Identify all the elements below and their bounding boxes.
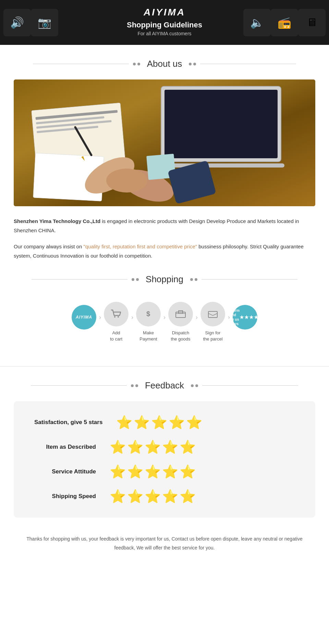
dot bbox=[132, 278, 134, 281]
star-2: ⭐ bbox=[127, 439, 143, 455]
svg-rect-21 bbox=[176, 312, 185, 318]
star-4: ⭐ bbox=[162, 439, 178, 455]
title-line-right bbox=[200, 64, 296, 64]
dots-right bbox=[191, 384, 198, 387]
divider bbox=[0, 366, 329, 367]
feedback-card: Satisfaction, give 5 stars ⭐ ⭐ ⭐ ⭐ ⭐ Ite… bbox=[14, 401, 315, 518]
svg-point-13 bbox=[106, 169, 147, 193]
dot bbox=[135, 384, 138, 387]
dispatch-circle bbox=[168, 302, 193, 326]
dots-right bbox=[190, 278, 197, 281]
step-label: Dispatchthe goods bbox=[171, 330, 190, 342]
feedback-label-described: Item as Described bbox=[34, 444, 110, 450]
star-1: ⭐ bbox=[110, 489, 126, 504]
step-label: Addto cart bbox=[110, 330, 122, 342]
about-text-2: Our company always insist on "quality fi… bbox=[14, 242, 315, 260]
about-title: About us bbox=[144, 59, 185, 69]
sign-circle bbox=[200, 302, 225, 326]
star-1: ⭐ bbox=[110, 464, 126, 479]
feedback-label-attitude: Service Attitude bbox=[34, 468, 110, 475]
confirm-circle: Confirm andgive us 5 stars ★★★ ★★ bbox=[233, 305, 257, 330]
arrow-2: › bbox=[131, 314, 133, 321]
star-3: ⭐ bbox=[145, 464, 161, 479]
feedback-label-shipping: Shipping Speed bbox=[34, 493, 110, 500]
footer-text: Thanks for shopping with us, your feedba… bbox=[0, 531, 329, 569]
title-line-right bbox=[202, 385, 298, 386]
dot bbox=[195, 384, 198, 387]
svg-rect-4 bbox=[158, 163, 284, 168]
payment-circle: $ bbox=[136, 302, 161, 326]
svg-point-18 bbox=[114, 316, 115, 318]
dot bbox=[191, 384, 194, 387]
svg-rect-3 bbox=[164, 90, 278, 158]
para2-prefix: Our company always insist on bbox=[14, 244, 83, 249]
flow-step-sign: Sign forthe parcel bbox=[200, 302, 225, 342]
feedback-title: Feedback bbox=[142, 380, 187, 391]
stars-attitude: ⭐ ⭐ ⭐ ⭐ ⭐ bbox=[110, 464, 196, 479]
star-3: ⭐ bbox=[145, 439, 161, 455]
stars-satisfaction: ⭐ ⭐ ⭐ ⭐ ⭐ bbox=[116, 415, 202, 430]
star-4: ⭐ bbox=[162, 464, 178, 479]
stars-described: ⭐ ⭐ ⭐ ⭐ ⭐ bbox=[110, 439, 196, 455]
star-3: ⭐ bbox=[145, 489, 161, 504]
star-3: ⭐ bbox=[151, 415, 167, 430]
title-line-left bbox=[31, 385, 127, 386]
flow-step-aiyima: AIYIMA bbox=[72, 305, 96, 339]
header-title: Shopping Guidelines bbox=[0, 21, 329, 29]
para2-highlight: "quality first, reputation first and com… bbox=[83, 244, 197, 249]
star-4: ⭐ bbox=[162, 489, 178, 504]
svg-rect-22 bbox=[208, 311, 217, 318]
step-label: Sign forthe parcel bbox=[203, 330, 222, 342]
star-2: ⭐ bbox=[127, 489, 143, 504]
shopping-title: Shopping bbox=[143, 274, 186, 285]
flow-step-payment: $ MakePayment bbox=[136, 302, 161, 342]
dot bbox=[190, 278, 193, 281]
feedback-row-shipping: Shipping Speed ⭐ ⭐ ⭐ ⭐ ⭐ bbox=[34, 489, 295, 504]
dot bbox=[195, 278, 197, 281]
brand-name: AIYIMA bbox=[0, 7, 329, 18]
dot bbox=[189, 63, 192, 65]
star-1: ⭐ bbox=[110, 439, 126, 455]
star-1: ⭐ bbox=[116, 415, 132, 430]
cart-circle bbox=[104, 302, 129, 326]
dots-right bbox=[189, 63, 196, 65]
feedback-row-satisfaction: Satisfaction, give 5 stars ⭐ ⭐ ⭐ ⭐ ⭐ bbox=[34, 415, 295, 430]
title-line-right bbox=[202, 279, 297, 280]
about-text-1: Shenzhen Yima Technology Co.,Ltd is enga… bbox=[14, 216, 315, 235]
dots-left bbox=[132, 278, 139, 281]
flow-step-confirm: Confirm andgive us 5 stars ★★★ ★★ bbox=[233, 305, 257, 339]
step-label bbox=[83, 333, 85, 339]
arrow-1: › bbox=[99, 314, 101, 321]
header-subtitle: For all AIYIMA customers bbox=[0, 31, 329, 36]
feedback-row-described: Item as Described ⭐ ⭐ ⭐ ⭐ ⭐ bbox=[34, 439, 295, 455]
feedback-section-header: Feedback bbox=[0, 380, 329, 391]
company-name: Shenzhen Yima Technology Co.,Ltd bbox=[14, 218, 100, 224]
dot bbox=[136, 278, 139, 281]
dot bbox=[133, 63, 136, 65]
title-line-left bbox=[32, 279, 127, 280]
stars-shipping: ⭐ ⭐ ⭐ ⭐ ⭐ bbox=[110, 489, 196, 504]
header: 🔊 📷 🔈 📻 🖥 AIYIMA Shopping Guidelines For… bbox=[0, 0, 329, 45]
step-label bbox=[244, 333, 246, 339]
arrow-3: › bbox=[163, 314, 166, 321]
star-5: ⭐ bbox=[180, 464, 196, 479]
feedback-row-attitude: Service Attitude ⭐ ⭐ ⭐ ⭐ ⭐ bbox=[34, 464, 295, 479]
dots-left bbox=[131, 384, 138, 387]
step-label: MakePayment bbox=[139, 330, 157, 342]
star-5: ⭐ bbox=[186, 415, 202, 430]
flow-step-dispatch: Dispatchthe goods bbox=[168, 302, 193, 342]
feedback-label-satisfaction: Satisfaction, give 5 stars bbox=[34, 419, 116, 426]
about-section-header: About us bbox=[0, 59, 329, 69]
shopping-section-header: Shopping bbox=[0, 274, 329, 285]
flow-step-cart: Addto cart bbox=[104, 302, 129, 342]
dot bbox=[131, 384, 134, 387]
arrow-4: › bbox=[196, 314, 198, 321]
star-2: ⭐ bbox=[127, 464, 143, 479]
svg-text:$: $ bbox=[146, 310, 150, 318]
dots-left bbox=[133, 63, 140, 65]
star-2: ⭐ bbox=[134, 415, 150, 430]
star-4: ⭐ bbox=[169, 415, 185, 430]
dot bbox=[137, 63, 140, 65]
svg-point-19 bbox=[118, 316, 119, 318]
dot bbox=[193, 63, 196, 65]
